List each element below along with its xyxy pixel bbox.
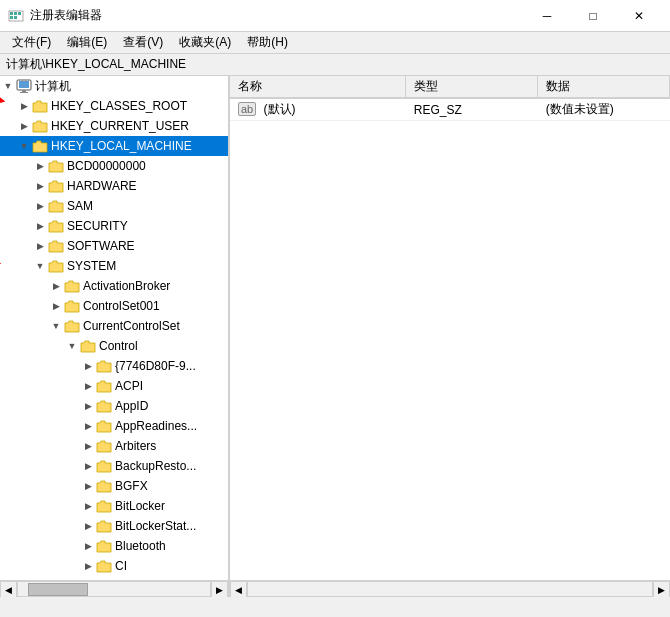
tree-item-bluetooth[interactable]: Bluetooth bbox=[0, 536, 228, 556]
tree-item-backuprestore[interactable]: BackupResto... bbox=[0, 456, 228, 476]
toggle-bcd[interactable] bbox=[32, 156, 48, 176]
tree-item-activationbroker[interactable]: ActivationBroker bbox=[0, 276, 228, 296]
right-scroll-left[interactable]: ◀ bbox=[230, 581, 247, 597]
menu-favorites[interactable]: 收藏夹(A) bbox=[171, 32, 239, 53]
menu-help[interactable]: 帮助(H) bbox=[239, 32, 296, 53]
tree-item-bcd[interactable]: BCD00000000 bbox=[0, 156, 228, 176]
tree-item-ci[interactable]: CI bbox=[0, 556, 228, 576]
tree-item-control[interactable]: Control bbox=[0, 336, 228, 356]
tree-item-classes-root[interactable]: HKEY_CLASSES_ROOT bbox=[0, 96, 228, 116]
tree-item-arbiters[interactable]: Arbiters bbox=[0, 436, 228, 456]
tree-item-sam[interactable]: SAM bbox=[0, 196, 228, 216]
menu-view[interactable]: 查看(V) bbox=[115, 32, 171, 53]
folder-icon-appreadiness bbox=[96, 419, 112, 433]
toggle-security[interactable] bbox=[32, 216, 48, 236]
arbiters-label: Arbiters bbox=[115, 439, 156, 453]
data-cell: (数值未设置) bbox=[538, 98, 670, 121]
tree-item-security[interactable]: SECURITY bbox=[0, 216, 228, 236]
app-icon bbox=[8, 8, 24, 24]
folder-icon-currentcontrolset bbox=[64, 319, 80, 333]
tree-item-bitlocker[interactable]: BitLocker bbox=[0, 496, 228, 516]
toggle-control[interactable] bbox=[64, 336, 80, 356]
tree-item-controlset001[interactable]: ControlSet001 bbox=[0, 296, 228, 316]
toggle-current-user[interactable] bbox=[16, 116, 32, 136]
tree-item-appreadiness[interactable]: AppReadines... bbox=[0, 416, 228, 436]
tree-scroll[interactable]: 计算机 HKEY_CLASSES_ROOT bbox=[0, 76, 228, 580]
tree-item-7746d80f[interactable]: {7746D80F-9... bbox=[0, 356, 228, 376]
svg-rect-5 bbox=[14, 16, 17, 19]
close-button[interactable]: ✕ bbox=[616, 0, 662, 32]
name-cell: ab (默认) bbox=[230, 98, 406, 121]
currentcontrolset-label: CurrentControlSet bbox=[83, 319, 180, 333]
toggle-acpi[interactable] bbox=[80, 376, 96, 396]
folder-icon-sam bbox=[48, 199, 64, 213]
folder-icon-control bbox=[80, 339, 96, 353]
col-name[interactable]: 名称 bbox=[230, 76, 406, 98]
tree-item-appid[interactable]: AppID bbox=[0, 396, 228, 416]
toggle-backuprestore[interactable] bbox=[80, 456, 96, 476]
toggle-bgfx[interactable] bbox=[80, 476, 96, 496]
toggle-system[interactable] bbox=[32, 256, 48, 276]
classes-root-label: HKEY_CLASSES_ROOT bbox=[51, 99, 187, 113]
tree-scroll-track bbox=[17, 581, 211, 597]
toggle-bluetooth[interactable] bbox=[80, 536, 96, 556]
table-row[interactable]: ab (默认) REG_SZ (数值未设置) bbox=[230, 98, 670, 121]
tree-item-currentcontrolset[interactable]: CurrentControlSet bbox=[0, 316, 228, 336]
toggle-arbiters[interactable] bbox=[80, 436, 96, 456]
7746d80f-label: {7746D80F-9... bbox=[115, 359, 196, 373]
bluetooth-label: Bluetooth bbox=[115, 539, 166, 553]
right-hscroll[interactable]: ◀ ▶ bbox=[230, 580, 670, 597]
toggle-appreadiness[interactable] bbox=[80, 416, 96, 436]
menu-edit[interactable]: 编辑(E) bbox=[59, 32, 115, 53]
toggle-controlset001[interactable] bbox=[48, 296, 64, 316]
menu-file[interactable]: 文件(F) bbox=[4, 32, 59, 53]
toggle-software[interactable] bbox=[32, 236, 48, 256]
tree-item-hardware[interactable]: HARDWARE bbox=[0, 176, 228, 196]
toggle-bitlockerstatus[interactable] bbox=[80, 516, 96, 536]
tree-item-system[interactable]: SYSTEM bbox=[0, 256, 228, 276]
controlset001-label: ControlSet001 bbox=[83, 299, 160, 313]
tree-hscroll[interactable]: ◀ ▶ bbox=[0, 580, 228, 597]
bitlockerstatus-label: BitLockerStat... bbox=[115, 519, 196, 533]
tree-item-bitlockerstatus[interactable]: BitLockerStat... bbox=[0, 516, 228, 536]
col-type[interactable]: 类型 bbox=[406, 76, 538, 98]
sam-label: SAM bbox=[67, 199, 93, 213]
bcd-label: BCD00000000 bbox=[67, 159, 146, 173]
minimize-button[interactable]: ─ bbox=[524, 0, 570, 32]
menu-bar: 文件(F) 编辑(E) 查看(V) 收藏夹(A) 帮助(H) bbox=[0, 32, 670, 54]
appreadiness-label: AppReadines... bbox=[115, 419, 197, 433]
tree-scroll-right[interactable]: ▶ bbox=[211, 581, 228, 597]
toggle-computer[interactable] bbox=[0, 76, 16, 96]
toggle-classes-root[interactable] bbox=[16, 96, 32, 116]
tree-item-computer[interactable]: 计算机 bbox=[0, 76, 228, 96]
tree-scroll-thumb[interactable] bbox=[28, 583, 88, 596]
toggle-currentcontrolset[interactable] bbox=[48, 316, 64, 336]
right-scroll-track bbox=[247, 581, 653, 597]
toggle-sam[interactable] bbox=[32, 196, 48, 216]
tree-item-software[interactable]: SOFTWARE bbox=[0, 236, 228, 256]
row-name: (默认) bbox=[264, 102, 296, 116]
tree-scroll-left[interactable]: ◀ bbox=[0, 581, 17, 597]
toggle-activationbroker[interactable] bbox=[48, 276, 64, 296]
folder-icon-bitlockerstatus bbox=[96, 519, 112, 533]
tree-item-current-user[interactable]: HKEY_CURRENT_USER bbox=[0, 116, 228, 136]
col-data[interactable]: 数据 bbox=[538, 76, 670, 98]
software-label: SOFTWARE bbox=[67, 239, 135, 253]
toggle-appid[interactable] bbox=[80, 396, 96, 416]
right-scroll-right[interactable]: ▶ bbox=[653, 581, 670, 597]
tree-item-local-machine[interactable]: HKEY_LOCAL_MACHINE bbox=[0, 136, 228, 156]
folder-icon-system bbox=[48, 259, 64, 273]
toggle-7746d80f[interactable] bbox=[80, 356, 96, 376]
toggle-bitlocker[interactable] bbox=[80, 496, 96, 516]
type-cell: REG_SZ bbox=[406, 98, 538, 121]
toggle-local-machine[interactable] bbox=[16, 136, 32, 156]
tree-item-acpi[interactable]: ACPI bbox=[0, 376, 228, 396]
bitlocker-label: BitLocker bbox=[115, 499, 165, 513]
toggle-ci[interactable] bbox=[80, 556, 96, 576]
toggle-hardware[interactable] bbox=[32, 176, 48, 196]
bgfx-label: BGFX bbox=[115, 479, 148, 493]
system-label: SYSTEM bbox=[67, 259, 116, 273]
maximize-button[interactable]: □ bbox=[570, 0, 616, 32]
folder-icon-security bbox=[48, 219, 64, 233]
tree-item-bgfx[interactable]: BGFX bbox=[0, 476, 228, 496]
